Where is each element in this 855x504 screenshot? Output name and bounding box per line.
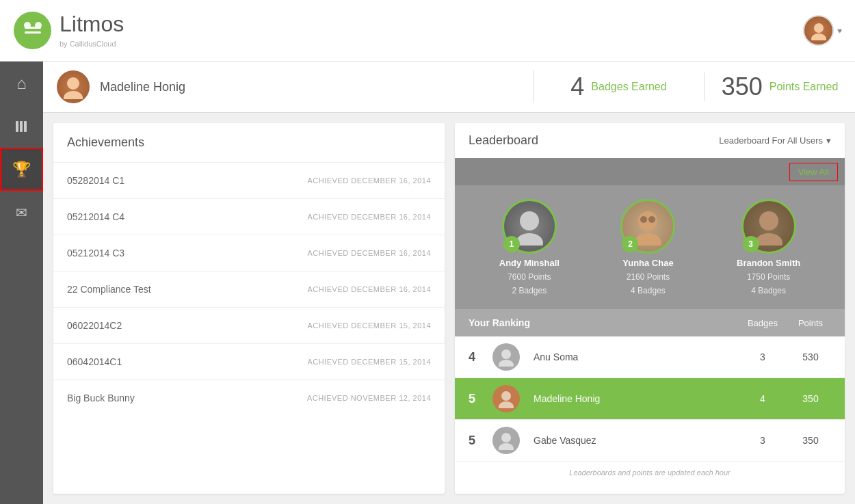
achievement-name: 22 Compliance Test: [67, 284, 151, 295]
rank-name: Madeline Honig: [534, 393, 735, 404]
achievements-title: Achievements: [53, 123, 445, 163]
user-avatar-banner: [57, 70, 90, 103]
top3-avatar-wrap-3: 3: [741, 199, 796, 254]
user-avatar-header[interactable]: [803, 15, 834, 46]
svg-point-15: [640, 216, 647, 223]
svg-point-12: [516, 233, 543, 246]
achievement-row: 05212014 C4 ACHIEVED DECEMBER 16, 2014: [53, 199, 445, 235]
sidebar-item-library[interactable]: [0, 105, 43, 148]
chevron-down-icon: ▾: [826, 135, 831, 146]
content-area: Madeline Honig 4 Badges Earned 350 Point…: [43, 62, 855, 504]
view-all-button[interactable]: View All: [789, 163, 838, 181]
svg-point-16: [648, 216, 655, 223]
achievement-name: 05212014 C4: [67, 211, 124, 222]
ranking-row: 5 Madeline Honig 4 350: [455, 378, 845, 420]
achievement-date: ACHIEVED DECEMBER 16, 2014: [307, 249, 431, 257]
rank-number: 5: [469, 434, 486, 448]
top3-badges-2: 4 Badges: [631, 286, 666, 295]
sidebar: ⌂ 🏆 ✉: [0, 62, 43, 504]
points-count: 350: [722, 72, 763, 101]
user-banner: Madeline Honig 4 Badges Earned 350 Point…: [43, 62, 855, 113]
top3-rank-badge-3: 3: [743, 236, 759, 252]
user-menu[interactable]: ▾: [803, 15, 841, 46]
rank-avatar: [492, 385, 520, 412]
leaderboard-filter[interactable]: Leaderboard For All Users ▾: [719, 135, 831, 146]
rank-avatar: [492, 427, 520, 454]
rank-badges: 3: [742, 435, 783, 446]
top3-badges-1: 2 Badges: [512, 286, 547, 295]
ranking-header-title: Your Ranking: [469, 317, 735, 328]
logo-icon: [14, 12, 51, 49]
top3-user-1: 1 Andy Minshall 7600 Points 2 Badges: [499, 199, 560, 295]
achievement-name: 05282014 C1: [67, 175, 124, 186]
top3-rank-badge-1: 1: [503, 236, 520, 252]
achievements-list: 05282014 C1 ACHIEVED DECEMBER 16, 2014 0…: [53, 163, 445, 416]
rank-name: Gabe Vasquez: [534, 435, 735, 446]
achievement-date: ACHIEVED DECEMBER 16, 2014: [307, 176, 431, 185]
svg-point-24: [499, 443, 514, 450]
achievement-name: 06022014C2: [67, 320, 122, 331]
svg-rect-8: [24, 121, 27, 132]
filter-label: Leaderboard For All Users: [719, 135, 823, 146]
ranking-footer: Leaderboards and points are updated each…: [455, 462, 845, 483]
top3-section: 1 Andy Minshall 7600 Points 2 Badges: [455, 185, 845, 309]
top3-name-2: Yunha Chae: [622, 258, 673, 268]
top3-points-2: 2160 Points: [627, 272, 670, 282]
ranking-rows: 4 Anu Soma 3 530 5 Madeline Honig 4 350 …: [455, 336, 845, 462]
leaderboard-title: Leaderboard: [469, 133, 538, 148]
achievement-row: 05282014 C1 ACHIEVED DECEMBER 16, 2014: [53, 163, 445, 199]
leaderboard-header: Leaderboard Leaderboard For All Users ▾: [455, 123, 845, 158]
achievement-row: 22 Compliance Test ACHIEVED DECEMBER 16,…: [53, 271, 445, 308]
achievement-date: ACHIEVED DECEMBER 16, 2014: [307, 213, 431, 221]
leaderboard-panel: Leaderboard Leaderboard For All Users ▾ …: [455, 123, 845, 494]
app-subtitle: by CallidusCloud: [60, 40, 116, 48]
achievement-row: Big Buck Bunny ACHIEVED NOVEMBER 12, 201…: [53, 380, 445, 416]
svg-point-3: [35, 22, 42, 29]
svg-rect-6: [16, 121, 18, 132]
sidebar-item-home[interactable]: ⌂: [0, 62, 43, 105]
ranking-row: 5 Gabe Vasquez 3 350: [455, 420, 845, 462]
achievement-row: 06042014C1 ACHIEVED DECEMBER 15, 2014: [53, 344, 445, 380]
svg-point-11: [520, 211, 539, 230]
ranking-header-row: Your Ranking Badges Points: [455, 309, 845, 336]
top3-bar: View All: [455, 158, 845, 185]
rank-badges: 4: [742, 393, 783, 404]
rank-avatar: [492, 343, 520, 371]
top3-avatar-wrap-1: 1: [502, 199, 557, 254]
user-info-section: Madeline Honig: [43, 70, 534, 103]
achievement-date: ACHIEVED NOVEMBER 12, 2014: [307, 394, 431, 402]
achievements-panel: Achievements 05282014 C1 ACHIEVED DECEMB…: [53, 123, 445, 494]
badges-label: Badges Earned: [591, 81, 666, 93]
svg-point-4: [814, 23, 824, 33]
ranking-section: Your Ranking Badges Points 4 Anu Soma 3 …: [455, 309, 845, 494]
svg-point-23: [501, 433, 511, 442]
achievement-row: 06022014C2 ACHIEVED DECEMBER 15, 2014: [53, 308, 445, 344]
top3-user-3: 3 Brandon Smith 1750 Points 4 Badges: [737, 199, 800, 295]
sidebar-item-achievements[interactable]: 🏆: [0, 148, 43, 191]
svg-point-5: [811, 34, 826, 40]
achievement-name: 06042014C1: [67, 356, 122, 367]
rank-points: 350: [790, 435, 831, 446]
svg-point-19: [501, 349, 511, 359]
sidebar-item-messages[interactable]: ✉: [0, 191, 43, 234]
rank-number: 5: [469, 392, 486, 406]
svg-point-2: [24, 22, 31, 29]
achievement-row: 05212014 C3 ACHIEVED DECEMBER 16, 2014: [53, 235, 445, 271]
svg-point-14: [634, 233, 661, 246]
rank-points: 350: [790, 393, 831, 404]
points-section: 350 Points Earned: [705, 72, 855, 101]
top3-points-3: 1750 Points: [747, 272, 790, 282]
svg-rect-1: [25, 31, 41, 34]
top3-points-1: 7600 Points: [508, 272, 551, 282]
ranking-header-badges: Badges: [742, 318, 783, 328]
badges-count: 4: [570, 72, 584, 101]
achievement-date: ACHIEVED DECEMBER 15, 2014: [307, 321, 431, 330]
page-body: Achievements 05282014 C1 ACHIEVED DECEMB…: [43, 113, 855, 504]
svg-point-18: [755, 233, 782, 246]
logo-text: Litmos by CallidusCloud: [60, 12, 124, 49]
top3-avatar-wrap-2: 2: [620, 199, 675, 254]
app-name: Litmos: [60, 12, 124, 37]
points-label: Points Earned: [770, 81, 839, 93]
achievement-date: ACHIEVED DECEMBER 15, 2014: [307, 358, 431, 366]
rank-points: 530: [790, 352, 831, 362]
